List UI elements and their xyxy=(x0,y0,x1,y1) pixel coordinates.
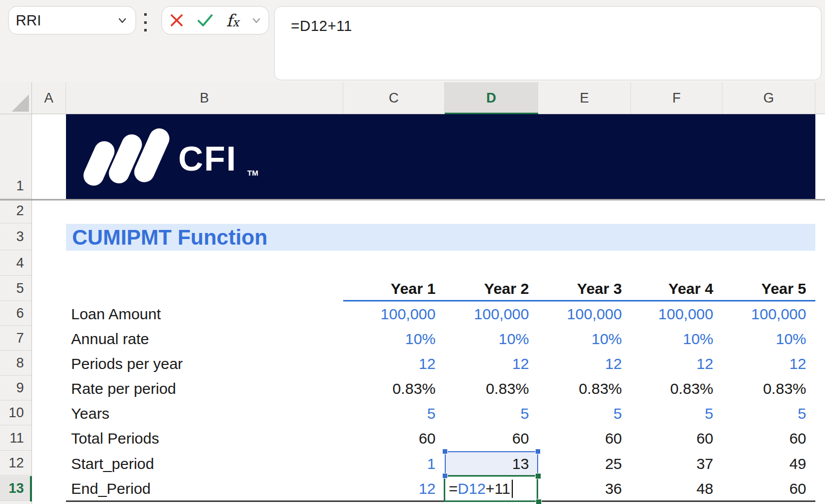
value-cell-F12[interactable]: 37 xyxy=(631,451,722,476)
name-box[interactable]: RRI xyxy=(8,6,136,35)
selection-handle-icon[interactable] xyxy=(535,449,541,454)
column-header-G[interactable]: G xyxy=(722,82,815,114)
value-cell-D8[interactable]: 12 xyxy=(445,351,538,376)
row-label-cell[interactable]: Rate per period xyxy=(66,376,343,401)
value-cell-F6[interactable]: 100,000 xyxy=(631,301,722,326)
formula-actions-group: fx xyxy=(161,6,269,35)
row-label-cell[interactable]: Start_period xyxy=(66,451,343,476)
row-header-6[interactable]: 6 xyxy=(0,301,31,326)
year-header-cell[interactable]: Year 3 xyxy=(538,276,631,301)
row-header-1[interactable]: 1 xyxy=(0,114,31,198)
selection-handle-icon[interactable] xyxy=(442,473,448,479)
cancel-icon[interactable] xyxy=(169,13,184,28)
value-cell-C8[interactable]: 12 xyxy=(343,351,445,376)
row-header-7[interactable]: 7 xyxy=(0,326,31,351)
value-cell-E8[interactable]: 12 xyxy=(538,351,631,376)
value-cell-C10[interactable]: 5 xyxy=(343,401,445,426)
value-cell-D11[interactable]: 60 xyxy=(445,426,538,451)
reference-cell-D12[interactable]: 13 xyxy=(445,451,538,476)
select-all-corner[interactable] xyxy=(0,82,32,114)
value-cell-F7[interactable]: 10% xyxy=(631,326,722,351)
value-cell-C12[interactable]: 1 xyxy=(343,451,445,476)
value-cell-D6[interactable]: 100,000 xyxy=(445,301,538,326)
value-cell-F11[interactable]: 60 xyxy=(631,426,722,451)
value-cell-G10[interactable]: 5 xyxy=(722,401,815,426)
year-header-cell[interactable]: Year 5 xyxy=(722,276,815,301)
value-cell-C13[interactable]: 12 xyxy=(343,476,445,501)
value-cell-C11[interactable]: 60 xyxy=(343,426,445,451)
value-cell-E10[interactable]: 5 xyxy=(538,401,631,426)
value-cell-E6[interactable]: 100,000 xyxy=(538,301,631,326)
value-cell-C6[interactable]: 100,000 xyxy=(343,301,445,326)
value-cell-E11[interactable]: 60 xyxy=(538,426,631,451)
chevron-down-icon[interactable] xyxy=(117,15,127,25)
column-header-C[interactable]: C xyxy=(343,82,445,114)
year-header-cell[interactable]: Year 2 xyxy=(445,276,538,301)
row-header-3[interactable]: 3 xyxy=(0,224,31,250)
row-label-cell[interactable]: Loan Amount xyxy=(66,301,343,326)
value-cell-G12[interactable]: 49 xyxy=(722,451,815,476)
value-cell-G7[interactable]: 10% xyxy=(722,326,815,351)
row-label-cell[interactable]: Total Periods xyxy=(66,426,343,451)
value-cell-G6[interactable]: 100,000 xyxy=(722,301,815,326)
spreadsheet-window: RRI fx =D12+11 ABCDEFG 12345678910111213 xyxy=(0,0,825,504)
value-cell-F9[interactable]: 0.83% xyxy=(631,376,722,401)
fill-handle-icon[interactable] xyxy=(536,499,542,504)
value-cell-E13[interactable]: 36 xyxy=(538,476,631,501)
confirm-icon[interactable] xyxy=(196,13,214,28)
year-header-cell[interactable]: Year 4 xyxy=(631,276,722,301)
column-header-D[interactable]: D xyxy=(445,82,538,114)
row-header-13[interactable]: 13 xyxy=(0,476,31,501)
cell-value: 13 xyxy=(512,455,529,473)
cell-formula-text: =D12+11 xyxy=(449,480,510,497)
kebab-icon[interactable] xyxy=(143,13,147,31)
insert-function-icon[interactable]: fx xyxy=(226,12,239,29)
value-cell-E9[interactable]: 0.83% xyxy=(538,376,631,401)
value-cell-E7[interactable]: 10% xyxy=(538,326,631,351)
row-header-9[interactable]: 9 xyxy=(0,376,31,400)
row-header-4[interactable]: 4 xyxy=(0,251,31,276)
select-all-triangle-icon xyxy=(12,94,29,112)
title-cell[interactable]: CUMIPMT Function xyxy=(66,224,815,251)
value-cell-D9[interactable]: 0.83% xyxy=(445,376,538,401)
row-header-8[interactable]: 8 xyxy=(0,351,31,376)
column-header-B[interactable]: B xyxy=(66,82,343,114)
formula-input[interactable]: =D12+11 xyxy=(274,6,821,80)
cfi-banner: CFI TM xyxy=(66,114,815,199)
row-label-cell[interactable]: Periods per year xyxy=(66,351,343,376)
value-cell-G9[interactable]: 0.83% xyxy=(722,376,815,401)
formula-input-value: =D12+11 xyxy=(291,18,352,35)
row-header-12[interactable]: 12 xyxy=(0,451,31,476)
value-cell-G11[interactable]: 60 xyxy=(722,426,815,451)
column-header-E[interactable]: E xyxy=(538,82,631,114)
column-header-F[interactable]: F xyxy=(631,82,722,114)
value-cell-G13[interactable]: 60 xyxy=(722,476,815,501)
chevron-down-icon[interactable] xyxy=(251,15,261,25)
selection-handle-icon[interactable] xyxy=(442,449,448,454)
year-header-underline xyxy=(343,300,815,301)
formula-part: D12 xyxy=(458,480,486,497)
value-cell-E12[interactable]: 25 xyxy=(538,451,631,476)
row-header-5[interactable]: 5 xyxy=(0,276,31,301)
row-label-cell[interactable]: End_Period xyxy=(66,476,343,501)
value-cell-D10[interactable]: 5 xyxy=(445,401,538,426)
row-header-11[interactable]: 11 xyxy=(0,426,31,451)
row-label-cell[interactable]: Years xyxy=(66,401,343,426)
column-header-A[interactable]: A xyxy=(32,82,66,114)
value-cell-C9[interactable]: 0.83% xyxy=(343,376,445,401)
value-cell-F10[interactable]: 5 xyxy=(631,401,722,426)
active-row-accent xyxy=(30,476,32,501)
year-header-cell[interactable]: Year 1 xyxy=(343,276,445,301)
value-cell-F8[interactable]: 12 xyxy=(631,351,722,376)
fill-handle-icon[interactable] xyxy=(535,473,541,479)
row-header-2[interactable]: 2 xyxy=(0,199,31,223)
text-cursor xyxy=(512,480,513,498)
cfi-logo: CFI TM xyxy=(84,127,297,188)
value-cell-C7[interactable]: 10% xyxy=(343,326,445,351)
row-label-cell[interactable]: Annual rate xyxy=(66,326,343,351)
editing-cell-D13[interactable]: =D12+11 xyxy=(444,475,538,502)
row-header-10[interactable]: 10 xyxy=(0,401,31,425)
value-cell-D7[interactable]: 10% xyxy=(445,326,538,351)
value-cell-F13[interactable]: 48 xyxy=(631,476,722,501)
value-cell-G8[interactable]: 12 xyxy=(722,351,815,376)
